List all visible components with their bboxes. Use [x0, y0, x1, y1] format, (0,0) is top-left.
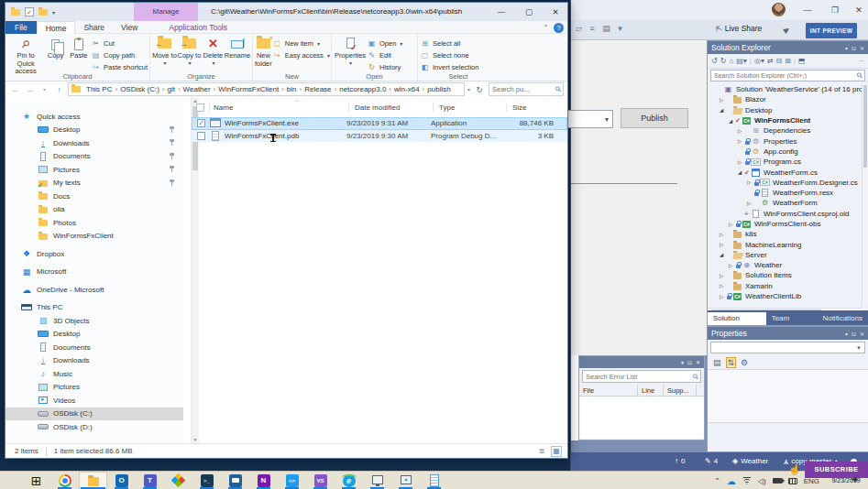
icons-view-icon[interactable]: ▦ — [551, 446, 562, 457]
paste-button[interactable]: Paste — [67, 36, 91, 60]
tree-item[interactable]: Properties — [708, 136, 868, 146]
sidebar-item[interactable]: olia — [5, 203, 183, 217]
window-menu-icon[interactable]: ▾ — [845, 45, 848, 51]
tree-item[interactable]: App.config — [708, 147, 868, 157]
vertical-scrollbar[interactable] — [862, 83, 868, 306]
select-none-button[interactable]: ▢Select none — [420, 49, 478, 60]
expand-arrow-icon[interactable] — [729, 118, 735, 124]
publish-button[interactable]: Publish — [621, 108, 688, 128]
edit-button[interactable]: ✎Edit — [367, 49, 402, 60]
tree-item[interactable]: Dependencies — [708, 125, 868, 136]
sidebar-item[interactable]: Dropbox — [5, 247, 183, 261]
expand-arrow-icon[interactable] — [729, 263, 735, 268]
home-icon[interactable]: ⌂ — [729, 57, 733, 65]
sidebar-item[interactable]: Desktop — [5, 328, 183, 342]
sidebar-item[interactable]: Videos — [5, 394, 183, 408]
tree-item[interactable]: Program.cs — [708, 157, 868, 167]
copy-button[interactable]: Copy — [44, 36, 67, 60]
delete-button[interactable]: ✕ Delete — [202, 36, 225, 67]
sidebar-item[interactable]: My texts — [5, 177, 183, 190]
refresh-icon[interactable]: ↻ — [473, 85, 486, 94]
terminal-icon[interactable] — [192, 472, 221, 489]
sidebar-item[interactable]: Quick access — [5, 110, 183, 124]
column-name[interactable]: Name — [210, 103, 349, 112]
vs-titlebar[interactable]: — ❐ ✕ — [571, 0, 868, 20]
file-checkbox[interactable] — [197, 119, 205, 127]
manage-contextual-header[interactable]: Manage — [134, 3, 198, 21]
sidebar-item[interactable]: 3D Objects — [5, 314, 183, 328]
minimize-button[interactable]: — — [489, 3, 514, 21]
visualstudio-icon[interactable] — [306, 472, 335, 489]
sidebar-item[interactable]: OSDisk (D:) — [5, 420, 183, 434]
error-list-search-input[interactable] — [583, 373, 693, 381]
sidebar-item[interactable]: OneDrive - Microsoft — [5, 283, 183, 297]
tree-item[interactable]: MachineLearning — [708, 239, 868, 249]
expand-arrow-icon[interactable] — [720, 97, 726, 103]
tree-item[interactable]: WeatherClientLib — [708, 291, 868, 301]
qat-customize-icon[interactable]: ▾ — [52, 9, 55, 16]
solution-explorer-search-input[interactable] — [711, 72, 857, 79]
help-icon[interactable]: ? — [554, 23, 564, 33]
properties-icon[interactable]: ⬒ — [798, 57, 806, 65]
column-suppression[interactable]: Supp... — [664, 385, 697, 396]
history-button[interactable]: ↻History — [367, 61, 402, 72]
breadcrumb-segment[interactable]: This PC — [85, 85, 113, 93]
tree-item[interactable]: Solution Items — [708, 270, 868, 280]
ribbon-tab[interactable]: Application Tools — [160, 21, 236, 34]
error-list-titlebar[interactable]: ▾ ⊡ ✕ — [579, 356, 704, 368]
show-all-files-icon[interactable]: ⊞ — [785, 57, 791, 65]
rename-button[interactable]: Rename — [225, 36, 250, 60]
tray-expand-icon[interactable]: ⌃ — [714, 477, 720, 485]
files-dark-icon[interactable] — [221, 472, 249, 489]
volume-icon[interactable]: ◁) — [758, 477, 766, 485]
tree-item[interactable]: Solution 'WeatherService' (14 of 16 proj… — [708, 84, 868, 94]
new-folder-qat-icon[interactable] — [38, 9, 48, 16]
avatar[interactable] — [772, 3, 786, 16]
window-menu-icon[interactable]: ▾ — [681, 359, 684, 365]
ribbon-tab[interactable]: File — [5, 21, 37, 34]
expand-arrow-icon[interactable] — [738, 169, 744, 175]
column-line[interactable]: Line — [638, 385, 664, 396]
tree-item[interactable]: Server — [708, 250, 868, 260]
tree-item[interactable]: Desktop — [708, 105, 868, 115]
sidebar-item[interactable]: This PC — [5, 301, 183, 315]
sidebar-item[interactable]: WinFormsFxClient — [5, 230, 183, 244]
tree-item[interactable]: WeatherForm — [708, 198, 868, 208]
maximize-button[interactable]: ▢ — [516, 3, 542, 21]
sidebar-item[interactable]: Documents — [5, 150, 183, 164]
file-row[interactable]: WinFormsFxClient.pdb 9/23/2019 9:30 AM P… — [192, 130, 567, 143]
tree-item[interactable]: Weather — [708, 260, 868, 270]
breadcrumb[interactable]: This PCOSDisk (C:)gitWeatherWinFormsFxCl… — [68, 82, 465, 96]
move-to-button[interactable]: ← Move to — [152, 36, 177, 67]
sidebar-item[interactable]: Microsoft — [5, 266, 183, 279]
vs-restore-button[interactable]: ❐ — [822, 0, 848, 20]
clock[interactable]: 9/23/2019 — [826, 477, 866, 484]
up-icon[interactable]: ↑ — [53, 85, 65, 94]
column-size[interactable]: Size — [507, 103, 567, 112]
breadcrumb-segment[interactable]: bin — [280, 85, 297, 93]
expand-arrow-icon[interactable] — [729, 222, 735, 227]
projector-icon[interactable] — [773, 478, 782, 484]
pinwheel-icon[interactable] — [164, 472, 192, 489]
pin-icon[interactable]: ⊡ — [852, 45, 856, 51]
outlook-icon[interactable] — [107, 472, 136, 489]
expand-arrow-icon[interactable] — [720, 107, 726, 113]
tree-item[interactable]: WeatherForm.resx — [708, 188, 868, 198]
close-icon[interactable]: ✕ — [696, 359, 700, 365]
back-icon[interactable]: ↺ — [711, 57, 718, 65]
column-date-modified[interactable]: Date modified — [349, 103, 434, 112]
expand-arrow-icon[interactable] — [720, 283, 726, 288]
int-preview-button[interactable]: INT PREVIEW — [806, 23, 857, 38]
notepad-icon[interactable] — [420, 472, 448, 489]
search-box[interactable]: ⚲ — [489, 82, 564, 96]
forward-icon[interactable]: → — [24, 85, 36, 94]
onenote-icon[interactable] — [249, 472, 278, 489]
folder-icon[interactable] — [11, 9, 20, 16]
solution-explorer-search[interactable]: ⚲ — [710, 70, 865, 82]
column-file[interactable]: File — [579, 385, 638, 396]
breadcrumb-segment[interactable]: Release — [299, 85, 333, 93]
ie-icon[interactable] — [335, 472, 363, 489]
breadcrumb-segment[interactable]: win-x64 — [388, 85, 420, 93]
explorer-titlebar[interactable]: ✓ ▾ Manage C:\git\Weather\WinFormsFxClie… — [5, 3, 567, 21]
details-view-icon[interactable]: ≣ — [536, 446, 547, 457]
